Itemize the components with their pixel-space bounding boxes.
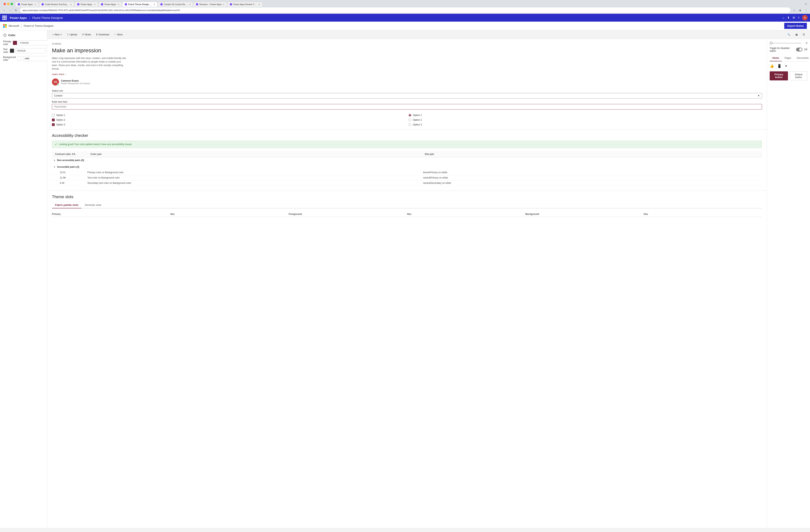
checkbox-control[interactable]: ✓: [52, 123, 55, 126]
slots-header-col: Hex: [407, 213, 525, 215]
close-tab-icon[interactable]: ✕: [223, 3, 224, 5]
close-tab-icon[interactable]: ✕: [70, 3, 72, 5]
radio-label: Option 1: [413, 114, 422, 117]
tab-nav-home[interactable]: Home: [770, 55, 782, 61]
new-button[interactable]: + New ▼: [50, 32, 64, 37]
export-theme-button[interactable]: Export theme: [784, 23, 807, 29]
home-icon[interactable]: ⌂: [783, 16, 784, 19]
upload-button[interactable]: ⇧ Upload: [65, 32, 79, 37]
reload-button[interactable]: ↻: [13, 8, 18, 13]
toolbar-right: 🔍 ▦ ☰: [785, 32, 807, 37]
browser-tab-tab8[interactable]: Power Apps Review Tool ... ✕: [227, 2, 263, 7]
checkbox-check-icon: ✓: [52, 119, 54, 121]
minimize-window-btn[interactable]: [7, 3, 10, 5]
text-input-field[interactable]: [52, 104, 762, 110]
radio-control[interactable]: [408, 114, 411, 117]
dropdown-select[interactable]: Content ▼: [52, 93, 762, 99]
maximize-window-btn[interactable]: [11, 3, 13, 5]
more-button[interactable]: ⋯ More: [112, 32, 125, 37]
accessibility-group: ▼ Non accessible pairs (0): [52, 157, 762, 163]
table-row: 6.46 Secondary text color on Background …: [52, 181, 762, 186]
color-swatch[interactable]: [17, 56, 22, 61]
toggle-switch[interactable]: [796, 48, 803, 51]
contrast-ratio: 12.98: [60, 176, 87, 179]
search-toolbar-button[interactable]: 🔍: [785, 32, 792, 37]
table-col-ratio: Contrast ratio: AA: [55, 153, 91, 155]
download-app-icon[interactable]: ⬇: [787, 16, 790, 19]
app-bar-subtitle: Fluent Theme Designer: [32, 16, 63, 19]
close-tab-icon[interactable]: ✕: [118, 3, 119, 5]
browser-tab-tab7[interactable]: Reviews – Power Apps ✕: [193, 2, 227, 7]
close-tab-icon[interactable]: ✕: [94, 3, 96, 5]
slots-table-header: PrimaryHexForegroundHexBackgroundHex: [52, 212, 762, 217]
default-button[interactable]: Default button: [790, 71, 807, 80]
success-banner: ✔ Looking good! Your color palette doesn…: [52, 140, 762, 148]
learn-more-link[interactable]: Learn more ›: [52, 73, 762, 76]
sidebar-section-title: Color: [3, 33, 44, 37]
browser-tab-tab3[interactable]: Power Apps ✕: [75, 2, 98, 7]
close-window-btn[interactable]: [3, 3, 6, 5]
dropdown-label: Select one: [52, 89, 762, 92]
color-palette-icon: [3, 33, 7, 37]
primary-button[interactable]: Primary button: [770, 71, 788, 80]
color-swatch[interactable]: [10, 49, 14, 53]
close-tab-icon[interactable]: ✕: [35, 3, 36, 5]
group-label: Accessible pairs (3): [57, 166, 79, 168]
color-input[interactable]: [16, 48, 46, 53]
forward-button[interactable]: →: [7, 8, 13, 13]
settings-star-icon[interactable]: ✦: [784, 64, 788, 68]
slots-tab-semantic-slots[interactable]: Semantic slots: [81, 202, 104, 209]
filter-toolbar-icon: ▦: [795, 33, 798, 36]
table-row: 10.01 Primary color on Background color …: [52, 170, 762, 175]
upload-icon: ⇧: [67, 33, 69, 36]
slider-input[interactable]: [770, 43, 801, 44]
svg-point-2: [5, 35, 6, 35]
thumbs-up-icon[interactable]: 👍: [770, 64, 774, 68]
new-tab-button[interactable]: +: [804, 2, 808, 7]
filter-toolbar-button[interactable]: ▦: [793, 32, 799, 37]
menu-icon[interactable]: ⋮: [804, 8, 808, 13]
address-bar-row: ← → ↻ apps.powerapps.com/play/2f6b0e93-7…: [0, 7, 810, 14]
slot-pair: neutralPrimary on white: [423, 176, 759, 179]
browser-tab-tab4[interactable]: Power Apps ✕: [98, 2, 122, 7]
color-row: Primary color: [3, 40, 44, 46]
apps-grid-icon[interactable]: [2, 16, 7, 20]
browser-tab-tab1[interactable]: Power Apps ✕: [15, 2, 39, 7]
phone-icon[interactable]: 📱: [777, 64, 781, 68]
checkbox-control[interactable]: ✓: [52, 119, 55, 121]
radio-inner: [409, 114, 411, 116]
checkbox-control[interactable]: [52, 114, 55, 117]
bookmark-icon[interactable]: ☆: [792, 8, 797, 13]
address-bar[interactable]: apps.powerapps.com/play/2f6b0e93-7676-40…: [20, 7, 790, 13]
tab-label: Code Review Tool Experim...: [45, 3, 69, 5]
browser-tab-tab5[interactable]: Fluent Theme Designer -... ✕: [122, 2, 158, 7]
tab-nav-pages[interactable]: Pages: [782, 55, 794, 61]
tab-nav-documents[interactable]: Documents: [794, 55, 810, 61]
download-icon: ⬇: [96, 33, 98, 36]
user-avatar[interactable]: U: [802, 15, 808, 20]
back-button[interactable]: ←: [2, 8, 7, 13]
browser-tab-tab2[interactable]: Code Review Tool Experim... ✕: [39, 2, 74, 7]
close-tab-icon[interactable]: ✕: [153, 3, 155, 5]
color-pair: Secondary text color on Background color: [87, 182, 423, 184]
settings-icon[interactable]: ⚙: [793, 16, 795, 19]
radio-control[interactable]: [408, 123, 411, 126]
checkboxes-column: Option 1 ✓ Option 2 ✓ Option 3: [52, 114, 405, 126]
radio-control[interactable]: [408, 119, 411, 121]
download-button[interactable]: ⬇ Download: [94, 32, 111, 37]
view-toolbar-button[interactable]: ☰: [801, 32, 807, 37]
color-swatch[interactable]: [13, 41, 17, 45]
group-header[interactable]: ▼ Accessible pairs (3): [52, 164, 762, 170]
help-icon[interactable]: ?: [798, 16, 799, 19]
app-bar: Power Apps | Fluent Theme Designer ⌂ ⬇ ⚙…: [0, 14, 810, 22]
share-button[interactable]: ↺ Share: [80, 32, 93, 37]
extensions-icon[interactable]: ■: [798, 8, 803, 13]
color-label: Primary color: [3, 40, 11, 46]
slots-tab-fabric-palette-slots[interactable]: Fabric palette slots: [52, 202, 81, 209]
browser-tab-tab6[interactable]: Creator Kit Control Refere... ✕: [158, 2, 193, 7]
color-input[interactable]: [19, 40, 49, 46]
group-header[interactable]: ▼ Non accessible pairs (0): [52, 157, 762, 163]
close-tab-icon[interactable]: ✕: [189, 3, 191, 5]
close-tab-icon[interactable]: ✕: [258, 3, 260, 5]
chevron-icon: ▼: [53, 159, 55, 162]
